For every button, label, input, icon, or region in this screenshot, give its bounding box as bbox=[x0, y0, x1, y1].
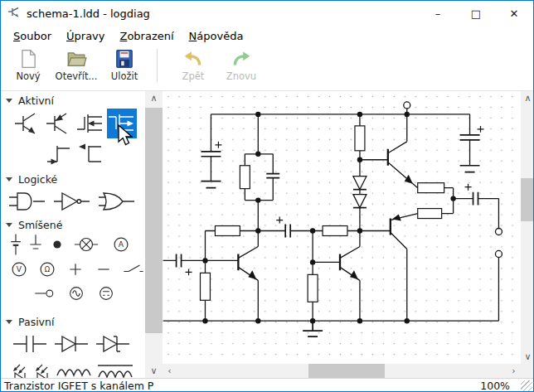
open-folder-icon bbox=[66, 48, 87, 70]
maximize-button[interactable]: □ bbox=[457, 1, 495, 26]
section-header-aktivni[interactable]: Aktivní bbox=[6, 94, 145, 107]
status-message: Tranzistor IGFET s kanálem P bbox=[4, 380, 153, 392]
ground-icon[interactable] bbox=[27, 232, 44, 257]
status-bar: Tranzistor IGFET s kanálem P 100% bbox=[1, 378, 533, 392]
pnp-transistor-icon[interactable] bbox=[44, 109, 74, 138]
inductor-core-icon[interactable] bbox=[96, 359, 134, 378]
open-button[interactable]: Otevřít... bbox=[52, 46, 100, 87]
ac-source-icon[interactable] bbox=[64, 282, 89, 305]
palette-scrollbar-thumb[interactable] bbox=[145, 108, 163, 333]
title-bar[interactable]: schema-1.ldd - logdiag – □ ✕ bbox=[1, 1, 533, 26]
palette-scrollbar[interactable]: ∧ ∨ bbox=[145, 91, 163, 378]
zoom-level: 100% bbox=[480, 380, 510, 392]
undo-button[interactable]: Zpět bbox=[169, 46, 217, 87]
section-header-logicke[interactable]: Logické bbox=[6, 172, 145, 186]
section-header-pasivni[interactable]: Pasivní bbox=[6, 315, 145, 328]
main-area: Aktivní bbox=[1, 90, 533, 378]
menu-bar: Soubor Úpravy Zobrazení Nápověda bbox=[1, 26, 533, 46]
voltmeter-icon[interactable]: V bbox=[7, 257, 31, 282]
vscrollbar-thumb[interactable] bbox=[521, 178, 534, 221]
component-palette: Aktivní bbox=[1, 91, 145, 378]
jfet-p-transistor-icon[interactable] bbox=[75, 139, 105, 169]
junction-icon[interactable] bbox=[47, 232, 67, 257]
save-floppy-icon bbox=[114, 48, 135, 70]
scrollbar-corner bbox=[521, 364, 534, 378]
zener-diode-icon[interactable] bbox=[94, 329, 132, 359]
terminal-icon[interactable] bbox=[31, 282, 59, 305]
ammeter-icon[interactable]: A bbox=[109, 232, 134, 257]
minimize-button[interactable]: – bbox=[419, 1, 457, 26]
and-gate-icon[interactable] bbox=[6, 186, 49, 216]
toolbar-separator bbox=[157, 49, 158, 82]
or-gate-icon[interactable] bbox=[95, 186, 138, 216]
inductor-icon[interactable] bbox=[56, 359, 92, 378]
led-icon-2[interactable] bbox=[33, 359, 51, 378]
app-window: schema-1.ldd - logdiag – □ ✕ Soubor Úpra… bbox=[0, 0, 534, 392]
save-button[interactable]: Uložit bbox=[100, 46, 148, 87]
not-gate-icon[interactable] bbox=[51, 186, 94, 216]
collapse-arrow-icon bbox=[6, 177, 12, 181]
redo-arrow-icon bbox=[231, 48, 252, 70]
schematic-canvas[interactable] bbox=[163, 91, 521, 364]
diode-icon[interactable] bbox=[52, 329, 90, 359]
cell-icon[interactable] bbox=[7, 232, 24, 257]
lamp-icon[interactable] bbox=[70, 232, 102, 257]
canvas-hscrollbar[interactable]: ‹ › bbox=[163, 364, 521, 378]
scroll-left-icon[interactable]: ‹ bbox=[163, 364, 177, 378]
undo-arrow-icon bbox=[182, 48, 204, 70]
switch-icon[interactable] bbox=[120, 257, 145, 282]
plus-icon[interactable] bbox=[64, 257, 87, 282]
dc-source-icon[interactable] bbox=[94, 282, 119, 305]
capacitor-icon[interactable] bbox=[11, 329, 49, 359]
menu-zobrazeni[interactable]: Zobrazení bbox=[112, 30, 181, 42]
section-header-smisene[interactable]: Smíšené bbox=[6, 218, 145, 231]
new-document-icon bbox=[17, 48, 39, 70]
scroll-down-icon[interactable]: ∨ bbox=[145, 364, 163, 378]
led-icon[interactable] bbox=[11, 359, 29, 378]
menu-soubor[interactable]: Soubor bbox=[6, 30, 59, 42]
svg-text:Ω: Ω bbox=[45, 265, 51, 273]
mouse-cursor-icon bbox=[118, 124, 133, 146]
scroll-up-icon[interactable]: ∧ bbox=[145, 91, 163, 105]
scroll-up-icon[interactable]: ∧ bbox=[521, 91, 534, 105]
canvas-vscrollbar[interactable]: ∧ ∨ bbox=[521, 91, 534, 378]
canvas-column: ‹ › bbox=[163, 91, 521, 378]
collapse-arrow-icon bbox=[6, 99, 12, 103]
window-title: schema-1.ldd - logdiag bbox=[27, 7, 150, 20]
menu-napoveda[interactable]: Nápověda bbox=[182, 30, 251, 42]
collapse-arrow-icon bbox=[6, 320, 12, 324]
toolbar: Nový Otevřít... Uložit Z bbox=[1, 46, 533, 90]
svg-text:V: V bbox=[17, 264, 22, 273]
new-button[interactable]: Nový bbox=[4, 46, 52, 87]
npn-transistor-icon[interactable] bbox=[12, 109, 42, 138]
redo-button[interactable]: Znovu bbox=[217, 46, 265, 87]
jfet-n-transistor-icon[interactable] bbox=[44, 139, 74, 169]
ohmmeter-icon[interactable]: Ω bbox=[36, 257, 59, 282]
svg-text:A: A bbox=[119, 240, 124, 249]
minus-icon[interactable] bbox=[92, 257, 115, 282]
scroll-right-icon[interactable]: › bbox=[507, 364, 521, 378]
collapse-arrow-icon bbox=[6, 223, 12, 227]
hscrollbar-thumb[interactable] bbox=[308, 364, 385, 378]
menu-upravy[interactable]: Úpravy bbox=[59, 30, 112, 42]
scroll-down-icon[interactable]: ∨ bbox=[521, 350, 534, 364]
close-button[interactable]: ✕ bbox=[495, 1, 533, 26]
resize-grip[interactable] bbox=[521, 380, 532, 392]
logdiag-app-icon bbox=[7, 7, 22, 21]
igfet-n-transistor-icon[interactable] bbox=[75, 109, 105, 138]
